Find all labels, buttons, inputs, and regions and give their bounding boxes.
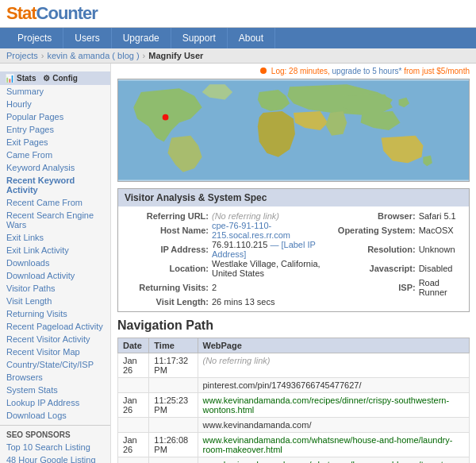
isp-label: ISP: xyxy=(332,278,419,297)
log-info: Log: 28 minutes, upgrade to 5 hours* fro… xyxy=(260,67,470,75)
cell-url: www.kevinandamanda.com/whatsnew/house-an… xyxy=(198,457,470,464)
table-row: Visit Length: 26 mins 13 secs xyxy=(125,297,463,307)
cell-date: Jan 26 xyxy=(118,433,149,457)
returning-label: Returning Visits: xyxy=(125,278,212,297)
breadcrumb-blog[interactable]: kevin & amanda ( blog ) xyxy=(47,51,139,60)
tab-config[interactable]: Config xyxy=(52,74,78,83)
cell-time: 11:26:08 PM xyxy=(149,433,198,457)
ref-value: (No referring link) xyxy=(212,211,332,221)
cell-url: www.kevinandamanda.com/whatsnew/house-an… xyxy=(198,433,470,457)
nav-bar: Projects Users Upgrade Support About xyxy=(0,28,476,48)
nav-projects[interactable]: Projects xyxy=(6,28,63,48)
breadcrumb-projects[interactable]: Projects xyxy=(6,51,38,60)
visitor-table: Referring URL: (No referring link) Brows… xyxy=(125,211,463,307)
orange-dot xyxy=(260,68,267,74)
cell-url: www.kevinandamanda.com/ xyxy=(198,418,470,433)
sidebar-keyword-analysis[interactable]: Keyword Analysis xyxy=(0,161,110,174)
sidebar-seo-1[interactable]: Top 10 Search Listing xyxy=(0,441,110,453)
ip-value: 76.91.110.215 — [Label IP Address] xyxy=(212,240,332,259)
sidebar-recent-visitor-map[interactable]: Recent Visitor Map xyxy=(0,345,110,358)
log-upgrade-link[interactable]: upgrade to 5 hours* xyxy=(332,67,402,75)
table-row: Jan 2611:26:08 PMwww.kevinandamanda.com/… xyxy=(118,433,470,457)
nav-upgrade[interactable]: Upgrade xyxy=(112,28,171,48)
tab-stats[interactable]: Stats xyxy=(17,74,36,83)
os-value: MacOSX xyxy=(419,221,463,240)
sidebar-returning-visits[interactable]: Returning Visits xyxy=(0,307,110,320)
log-prefix: Log: xyxy=(271,67,286,75)
visit-length-value: 26 mins 13 secs xyxy=(212,297,332,307)
table-row: Returning Visits: 2 ISP: Road Runner xyxy=(125,278,463,297)
logo-counter: Counter xyxy=(36,3,98,23)
nav-path-title: Navigation Path xyxy=(117,318,470,333)
logo: StatCounter xyxy=(6,3,98,24)
col-time: Time xyxy=(149,338,198,353)
nav-about[interactable]: About xyxy=(228,28,275,48)
browser-value: Safari 5.1 xyxy=(419,211,463,221)
sidebar-download-logs[interactable]: Download Logs xyxy=(0,409,110,422)
no-ref-text: (No referring link) xyxy=(203,356,271,365)
cell-date: Jan 26 xyxy=(118,353,149,378)
nav-path-table: Date Time WebPage Jan 2611:17:32 PM(No r… xyxy=(117,338,470,463)
col-date: Date xyxy=(118,338,149,353)
col-webpage: WebPage xyxy=(198,338,470,353)
content-topbar: Log: 28 minutes, upgrade to 5 hours* fro… xyxy=(117,67,470,75)
cell-date xyxy=(118,378,149,393)
sidebar-entry-pages[interactable]: Entry Pages xyxy=(0,123,110,136)
chart-icon: 📊 xyxy=(5,74,14,83)
returning-value: 2 xyxy=(212,278,332,297)
main-layout: 📊 Stats ⚙ Config Summary Hourly Popular … xyxy=(0,64,476,463)
javascript-value: Disabled xyxy=(419,259,463,278)
visitor-box-title: Visitor Analysis & System Spec xyxy=(118,189,469,206)
sidebar-seo-2[interactable]: 48 Hour Google Listing xyxy=(0,453,110,463)
log-time: 28 minutes, xyxy=(289,67,330,75)
sidebar-download-activity[interactable]: Download Activity xyxy=(0,269,110,282)
sidebar-summary[interactable]: Summary xyxy=(0,85,110,98)
gear-icon: ⚙ xyxy=(43,74,50,83)
sidebar-recent-pageload[interactable]: Recent Pageload Activity xyxy=(0,320,110,333)
nav-path-url[interactable]: www.kevinandamanda.com/whatsnew/house-an… xyxy=(203,460,447,463)
nav-path-url[interactable]: www.kevinandamanda.com/recipes/dinner/cr… xyxy=(203,395,450,415)
sidebar-recent-keyword[interactable]: Recent Keyword Activity xyxy=(0,174,110,196)
table-row: pinterest.com/pin/174936766745477627/ xyxy=(118,378,470,393)
sidebar-lookup-ip[interactable]: Lookup IP Address xyxy=(0,396,110,409)
sidebar-divider-seo xyxy=(0,425,110,426)
navigation-path-section: Navigation Path Date Time WebPage Jan 26… xyxy=(117,318,470,463)
sidebar-recent-came-from[interactable]: Recent Came From xyxy=(0,196,110,209)
resolution-value: Unknown xyxy=(419,240,463,259)
sidebar-came-from[interactable]: Came From xyxy=(0,149,110,161)
cell-time xyxy=(149,378,198,393)
table-row: Jan 2611:25:23 PMwww.kevinandamanda.com/… xyxy=(118,393,470,418)
stats-config-header: 📊 Stats ⚙ Config xyxy=(0,71,110,85)
location-value: Westlake Village, California, United Sta… xyxy=(212,259,332,278)
nav-support[interactable]: Support xyxy=(171,28,228,48)
sidebar-hourly[interactable]: Hourly xyxy=(0,98,110,110)
sidebar-exit-links[interactable]: Exit Links xyxy=(0,231,110,244)
sidebar-visit-length[interactable]: Visit Length xyxy=(0,295,110,307)
sidebar-recent-search-engine-wars[interactable]: Recent Search Engine Wars xyxy=(0,209,110,231)
sidebar-popular-pages[interactable]: Popular Pages xyxy=(0,110,110,123)
table-row: www.kevinandamanda.com/ xyxy=(118,418,470,433)
javascript-label: Javascript: xyxy=(332,259,419,278)
sidebar-browsers[interactable]: Browsers xyxy=(0,371,110,384)
sidebar-recent-visitor-activity[interactable]: Recent Visitor Activity xyxy=(0,333,110,345)
nav-path-url[interactable]: www.kevinandamanda.com/whatsnew/house-an… xyxy=(203,435,453,454)
cell-date xyxy=(118,418,149,433)
visit-length-label: Visit Length: xyxy=(125,297,212,307)
cell-time xyxy=(149,457,198,464)
sidebar-exit-link-activity[interactable]: Exit Link Activity xyxy=(0,244,110,257)
location-label: Location: xyxy=(125,259,212,278)
sidebar-exit-pages[interactable]: Exit Pages xyxy=(0,136,110,149)
nav-path-text: pinterest.com/pin/174936766745477627/ xyxy=(203,380,362,390)
sidebar-country-state[interactable]: Country/State/City/ISP xyxy=(0,358,110,371)
sidebar-visitor-paths[interactable]: Visitor Paths xyxy=(0,282,110,295)
nav-path-text: www.kevinandamanda.com/ xyxy=(203,420,312,430)
content-area: Log: 28 minutes, upgrade to 5 hours* fro… xyxy=(111,64,476,463)
table-row: Location: Westlake Village, California, … xyxy=(125,259,463,278)
sidebar-system-stats[interactable]: System Stats xyxy=(0,384,110,396)
seo-sponsors-label: SEO SPONSORS xyxy=(0,429,110,441)
breadcrumb-magnify: Magnify User xyxy=(148,51,203,60)
sidebar-downloads[interactable]: Downloads xyxy=(0,257,110,269)
visitor-analysis-box: Visitor Analysis & System Spec Referring… xyxy=(117,188,470,312)
nav-users[interactable]: Users xyxy=(63,28,111,48)
table-row: www.kevinandamanda.com/whatsnew/house-an… xyxy=(118,457,470,464)
